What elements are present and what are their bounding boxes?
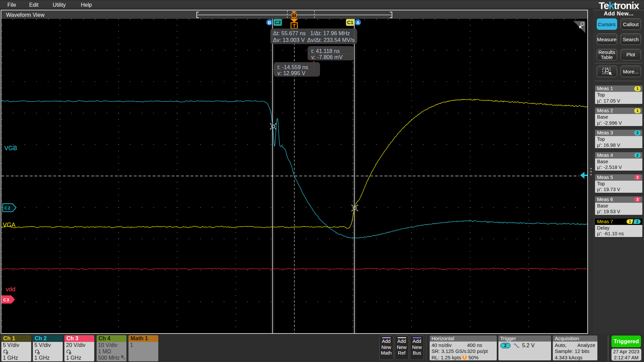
- svg-text:t: -14.559 ns: t: -14.559 ns: [277, 64, 308, 70]
- svg-text:T: T: [463, 356, 465, 359]
- svg-text:1/Δt: 17.96 MHz: 1/Δt: 17.96 MHz: [310, 30, 350, 36]
- svg-text:C2: C2: [4, 206, 11, 210]
- svg-text:T: T: [293, 13, 295, 17]
- svg-text:w: w: [123, 357, 125, 359]
- svg-text:v: 12.995 V: v: 12.995 V: [277, 70, 305, 76]
- svg-text:C1: C1: [347, 20, 354, 25]
- svg-text:B: B: [268, 20, 271, 25]
- svg-text:v: -7.806 mV: v: -7.806 mV: [311, 54, 343, 60]
- svg-text:T: T: [292, 23, 296, 28]
- svg-text:Δv: 13.003 V: Δv: 13.003 V: [273, 37, 305, 43]
- svg-text:Δv/Δt: 233.54 MV/s: Δv/Δt: 233.54 MV/s: [307, 37, 355, 43]
- svg-text:C2: C2: [275, 20, 281, 25]
- svg-text:C3: C3: [3, 298, 10, 302]
- svg-text:Δt: 55.677 ns: Δt: 55.677 ns: [273, 30, 306, 36]
- svg-text:A: A: [356, 20, 360, 25]
- svg-text:t: 41.118 ns: t: 41.118 ns: [311, 48, 340, 54]
